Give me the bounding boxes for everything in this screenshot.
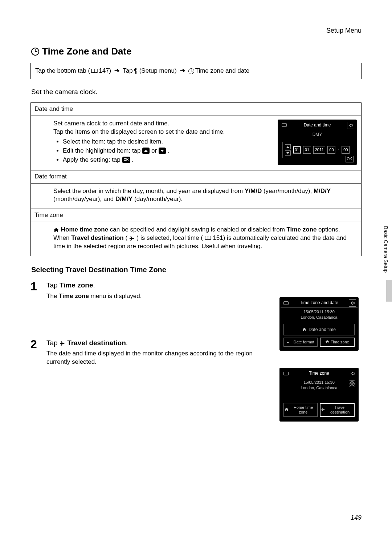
screen-year[interactable]: 2011 <box>313 146 326 154</box>
option-body-date-format: Select the order in which the day, month… <box>31 184 361 209</box>
option-head-date-format: Date format <box>31 170 361 184</box>
txt: Tap <box>46 281 60 289</box>
screen-location: London, Casablanca <box>281 385 358 391</box>
screen-month[interactable]: 01 <box>303 146 311 154</box>
side-tab-label: Basic Camera Setup <box>379 222 392 277</box>
txt-bold: M/D/Y <box>314 188 331 194</box>
back-icon[interactable] <box>349 299 356 307</box>
screen-btn-home-time-zone[interactable]: Home time zone <box>283 403 318 417</box>
breadcrumb-ref: 147) <box>99 67 111 75</box>
plane-icon <box>321 407 325 412</box>
txt: Apply the setting: tap <box>63 156 122 163</box>
txt: Edit the highlighted item: tap <box>63 147 142 154</box>
txt: . <box>93 281 95 289</box>
intro-text: Set the camera clock. <box>31 87 362 97</box>
breadcrumb-text: Tap the bottom tab ( <box>35 67 90 75</box>
breadcrumb-text: (Setup menu) <box>139 67 177 75</box>
screen-hour[interactable]: 00 <box>327 146 335 154</box>
opt1-bullet: Apply the setting: tap OK . <box>63 156 272 164</box>
breadcrumb-text: Time zone and date <box>195 67 250 75</box>
header-setup-menu: Setup Menu <box>30 26 362 35</box>
screen-datetime: 15/05/2011 15:30 <box>281 309 358 315</box>
txt: The <box>46 293 59 299</box>
txt: . <box>132 156 134 163</box>
book-icon <box>91 69 98 74</box>
clock-icon <box>188 68 194 74</box>
clock-icon <box>31 48 39 56</box>
txt: Date format <box>293 340 314 344</box>
plane-icon <box>129 235 135 241</box>
screen-location: London, Casablanca <box>281 315 358 320</box>
txt-bold: Travel destination <box>71 234 124 241</box>
screen-title: Date and time <box>304 122 331 128</box>
colon: : <box>338 147 339 153</box>
down-arrow-icon[interactable] <box>285 150 291 156</box>
txt: Travel destination <box>327 405 353 415</box>
txt: . <box>168 147 170 154</box>
txt: Time zone <box>331 340 349 344</box>
book-icon <box>205 236 211 241</box>
breadcrumb-box: Tap the bottom tab ( 147) ➔ Tap (Setup m… <box>30 63 362 79</box>
txt: Date and time <box>309 327 336 333</box>
txt: or <box>151 147 159 154</box>
screen-date-row[interactable]: 01 01 2011 00 : 00 <box>282 142 352 158</box>
txt-bold: Y/M/D <box>245 188 262 194</box>
option-body-time-zone: Home time zone can be specified and dayl… <box>31 222 361 256</box>
screen-btn-travel-destination[interactable]: Travel destination <box>320 403 355 417</box>
section-title-text: Time Zone and Date <box>42 45 132 58</box>
opt1-line: Set camera clock to current date and tim… <box>53 120 272 128</box>
option-head-time-zone: Time zone <box>31 209 361 222</box>
txt: (day/month/year). <box>134 196 183 202</box>
home-icon <box>285 407 289 412</box>
opt1-bullet: Edit the highlighted item: tap or . <box>63 147 272 155</box>
wrench-icon <box>134 68 138 74</box>
back-icon[interactable] <box>347 122 354 129</box>
txt-bold: Home time zone <box>61 226 108 233</box>
txt: Home time zone <box>290 405 317 415</box>
up-button-icon <box>142 148 150 154</box>
txt: . <box>126 339 128 347</box>
home-icon <box>302 327 306 333</box>
txt-bold: Time zone <box>60 281 93 289</box>
txt: Tap <box>46 339 60 347</box>
txt: menu is displayed. <box>91 293 142 299</box>
indicator-icon <box>283 301 289 305</box>
step-desc: The date and time displayed in the monit… <box>46 350 362 366</box>
breadcrumb-text: Tap <box>123 67 132 75</box>
home-icon <box>53 227 59 233</box>
option-head-date-and-time: Date and time <box>31 103 361 116</box>
option-body-date-and-time: Set camera clock to current date and tim… <box>53 120 272 165</box>
screen-datetime: 15/05/2011 15:30 <box>281 380 358 385</box>
screen-dmy: DMY <box>279 130 356 140</box>
txt: ) is selected, local time ( <box>137 234 203 241</box>
txt: (year/month/day), <box>264 188 314 194</box>
arrow-icon: ➔ <box>178 67 187 75</box>
txt: Select the order in which the day, month… <box>53 188 245 194</box>
screen-day[interactable]: 01 <box>293 146 301 154</box>
txt: ( <box>125 234 127 241</box>
opt1-line: Tap the items on the displayed screen to… <box>53 128 272 136</box>
screen-title: Time zone and date <box>300 300 338 306</box>
screen-title: Time zone <box>309 370 329 376</box>
txt-bold: D/M/Y <box>115 196 132 202</box>
screen-btn-date-and-time[interactable]: Date and time <box>283 324 355 335</box>
indicator-icon <box>282 123 287 127</box>
screen-btn-time-zone[interactable]: Time zone <box>320 338 355 347</box>
step-number: 2 <box>30 338 40 367</box>
screen-btn-date-format[interactable]: -- Date format <box>283 338 318 347</box>
camera-screen-date-and-time: Date and time DMY 01 01 2011 00 : 00 O <box>278 120 357 165</box>
opt1-bullet: Select the item: tap the desired item. <box>63 138 272 146</box>
step-title: Tap Time zone. <box>46 281 362 290</box>
side-tab-stub <box>386 280 392 302</box>
screen-min[interactable]: 00 <box>342 146 350 154</box>
options-table: Date and time Set camera clock to curren… <box>30 102 362 256</box>
back-icon[interactable] <box>349 370 356 377</box>
plane-icon <box>60 340 65 346</box>
txt: can be specified and daylight saving is … <box>110 226 287 233</box>
txt: -- <box>287 340 289 344</box>
screen-ok-button[interactable]: OK <box>346 156 354 162</box>
down-button-icon <box>159 148 166 154</box>
globe-icon[interactable] <box>349 380 355 387</box>
up-arrow-icon[interactable] <box>285 144 291 149</box>
indicator-icon <box>283 372 289 375</box>
